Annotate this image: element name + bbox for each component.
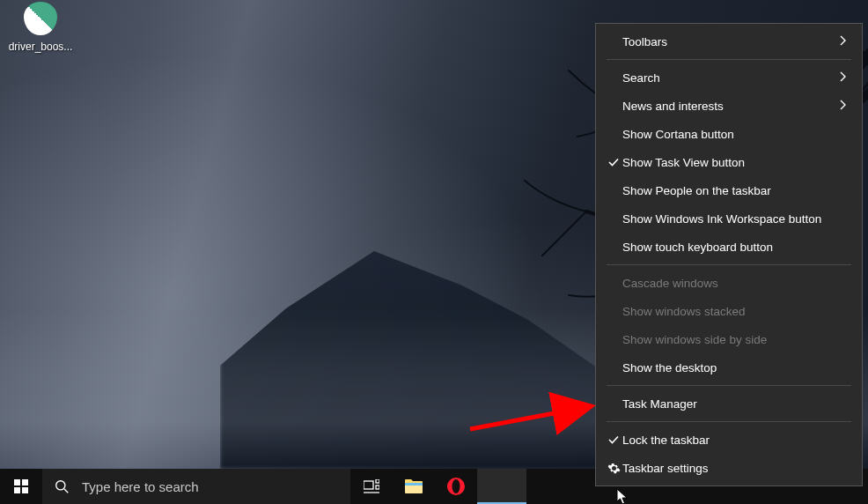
context-menu-separator	[607, 421, 851, 422]
context-menu-item-show-windows-side-by-side: Show windows side by side	[596, 325, 862, 353]
taskbar-opera[interactable]	[435, 469, 477, 504]
svg-point-4	[56, 480, 65, 489]
context-menu-item-taskbar-settings[interactable]: Taskbar settings	[596, 454, 862, 482]
svg-point-13	[452, 479, 460, 493]
taskbar-running-app[interactable]	[477, 469, 526, 504]
search-icon	[55, 479, 70, 494]
context-menu-item-toolbars[interactable]: Toolbars	[596, 27, 862, 56]
context-menu-item-show-touch-keyboard-button[interactable]: Show touch keyboard button	[596, 233, 862, 261]
start-button[interactable]	[0, 469, 42, 504]
check-icon	[605, 156, 622, 168]
context-menu-item-label: Toolbars	[622, 35, 839, 48]
context-menu-separator	[607, 59, 851, 60]
context-menu-item-label: Show windows stacked	[622, 305, 839, 318]
context-menu-item-show-task-view-button[interactable]: Show Task View button	[596, 148, 862, 176]
svg-line-5	[64, 489, 68, 493]
context-menu-item-show-windows-stacked: Show windows stacked	[596, 297, 862, 325]
context-menu-item-label: Show touch keyboard button	[622, 241, 839, 254]
context-menu-item-label: Show People on the taskbar	[622, 184, 839, 197]
svg-rect-6	[364, 481, 373, 489]
search-placeholder: Type here to search	[82, 479, 199, 494]
file-explorer-icon	[404, 478, 423, 494]
context-menu-item-show-cortana-button[interactable]: Show Cortana button	[596, 120, 862, 148]
context-menu-item-label: Show the desktop	[622, 361, 839, 374]
svg-rect-2	[14, 487, 20, 493]
svg-rect-8	[376, 485, 379, 489]
opera-icon	[446, 477, 466, 496]
chevron-right-icon	[839, 35, 850, 48]
svg-rect-7	[376, 479, 379, 483]
context-menu-item-lock-the-taskbar[interactable]: Lock the taskbar	[596, 426, 862, 454]
chevron-right-icon	[839, 100, 850, 113]
context-menu-item-label: Taskbar settings	[622, 462, 839, 475]
context-menu-item-news-and-interests[interactable]: News and interests	[596, 92, 862, 120]
task-view-button[interactable]	[350, 469, 393, 504]
context-menu-item-show-the-desktop[interactable]: Show the desktop	[596, 353, 862, 382]
context-menu-item-show-windows-ink-workspace-button[interactable]: Show Windows Ink Workspace button	[596, 204, 862, 233]
context-menu-item-label: Show Task View button	[622, 156, 839, 169]
svg-rect-0	[14, 479, 20, 485]
context-menu-separator	[607, 385, 851, 386]
taskbar-context-menu: ToolbarsSearchNews and interestsShow Cor…	[595, 23, 863, 486]
gear-icon	[605, 462, 622, 475]
chevron-right-icon	[839, 71, 850, 85]
context-menu-item-label: Show Cortana button	[622, 128, 839, 141]
desktop-icon-label: driver_boos...	[7, 41, 74, 53]
shield-refresh-icon	[22, 2, 59, 39]
context-menu-item-task-manager[interactable]: Task Manager	[596, 389, 862, 418]
context-menu-item-cascade-windows: Cascade windows	[596, 269, 862, 297]
svg-rect-1	[22, 479, 28, 485]
check-icon	[605, 434, 622, 446]
desktop-icon-driver-booster[interactable]: driver_boos...	[7, 0, 74, 53]
taskbar-file-explorer[interactable]	[393, 469, 435, 504]
context-menu-item-label: Search	[622, 71, 839, 85]
context-menu-item-label: Show windows side by side	[622, 333, 839, 346]
context-menu-item-label: Show Windows Ink Workspace button	[622, 212, 839, 226]
svg-rect-11	[405, 483, 423, 485]
context-menu-item-search[interactable]: Search	[596, 63, 862, 92]
context-menu-item-label: Task Manager	[622, 397, 839, 411]
taskbar-spacer	[526, 469, 569, 504]
context-menu-item-label: News and interests	[622, 100, 839, 113]
windows-logo-icon	[14, 479, 28, 493]
taskbar-search-box[interactable]: Type here to search	[42, 469, 350, 504]
context-menu-item-label: Cascade windows	[622, 277, 839, 290]
context-menu-separator	[607, 264, 851, 265]
context-menu-item-label: Lock the taskbar	[622, 434, 839, 447]
context-menu-item-show-people-on-the-taskbar[interactable]: Show People on the taskbar	[596, 176, 862, 204]
svg-rect-3	[22, 487, 28, 493]
task-view-icon	[364, 479, 379, 493]
